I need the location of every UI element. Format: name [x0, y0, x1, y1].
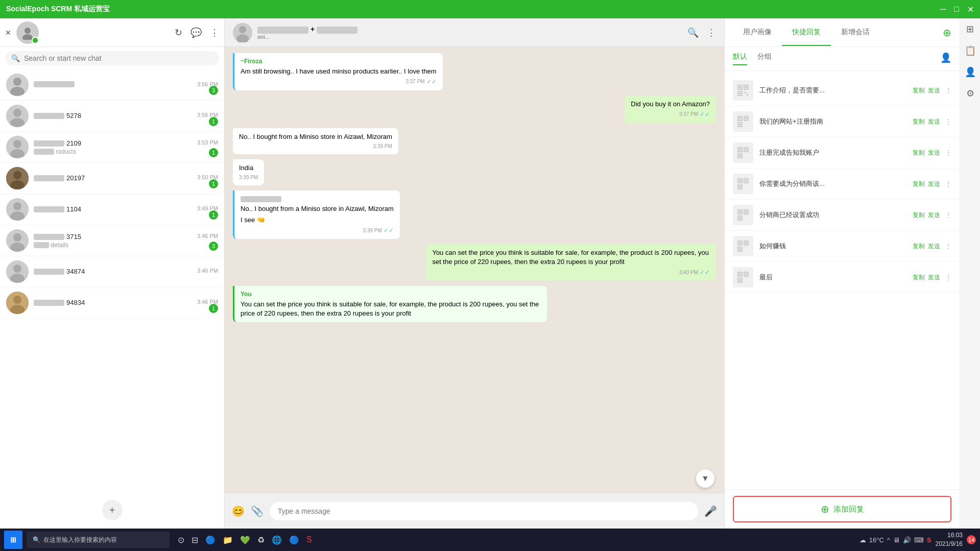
- list-item[interactable]: 3715 3:46 PM details 3: [0, 225, 224, 256]
- more-button[interactable]: ⋮: [945, 118, 951, 125]
- taskbar-icon-7[interactable]: 🌐: [272, 535, 282, 545]
- search-input[interactable]: [24, 54, 213, 62]
- taskbar-icon-1[interactable]: ⊙: [178, 535, 184, 545]
- send-button[interactable]: 发送: [928, 149, 940, 157]
- search-box[interactable]: 🔍: [5, 51, 219, 65]
- tab-new-chat[interactable]: 新增会话: [831, 19, 880, 46]
- taskbar-icon-9[interactable]: S: [306, 535, 312, 544]
- send-button[interactable]: 发送: [928, 273, 940, 282]
- chat-more-icon[interactable]: ⋮: [707, 27, 716, 38]
- search-icon: 🔍: [11, 54, 20, 62]
- taskbar-search[interactable]: 🔍 在这里输入你要搜索的内容: [27, 532, 170, 548]
- chat-icon[interactable]: 💬: [190, 27, 202, 38]
- refresh-icon[interactable]: ↻: [175, 27, 182, 38]
- svg-rect-33: [745, 86, 747, 88]
- more-button[interactable]: ⋮: [945, 180, 951, 187]
- contact-info: 3:56 PM: [34, 81, 218, 88]
- copy-button[interactable]: 复制: [913, 149, 925, 157]
- list-item[interactable]: 3:56 PM 3: [0, 69, 224, 101]
- send-button[interactable]: 发送: [928, 211, 940, 220]
- tab-quick-reply[interactable]: 快捷回复: [782, 19, 831, 46]
- sidebar-icon-4[interactable]: ⚙: [966, 88, 974, 99]
- sub-tab-group[interactable]: 分组: [757, 52, 772, 65]
- contact-name-label: [34, 81, 75, 87]
- list-item[interactable]: 34874 3:46 PM: [0, 256, 224, 288]
- taskbar-icon-8[interactable]: 🔵: [289, 535, 299, 545]
- taskbar-icon-3[interactable]: 🔵: [205, 535, 216, 545]
- quick-reply-text: 最后: [759, 273, 906, 282]
- send-button[interactable]: 发送: [928, 180, 940, 188]
- minimize-button[interactable]: ─: [940, 5, 946, 14]
- close-button[interactable]: ✕: [967, 5, 974, 14]
- copy-button[interactable]: 复制: [913, 117, 925, 126]
- copy-button[interactable]: 复制: [913, 211, 925, 220]
- emoji-icon[interactable]: 😊: [232, 505, 245, 517]
- quick-reply-item: 注册完成告知我账户 复制 发送 ⋮: [725, 137, 960, 169]
- send-button[interactable]: 发送: [928, 86, 940, 95]
- antivirus-icon: S: [927, 536, 931, 544]
- sidebar-icon-1[interactable]: ⊞: [966, 23, 974, 35]
- scroll-to-bottom-button[interactable]: ▼: [696, 469, 714, 488]
- taskbar-icon-2[interactable]: ⊟: [192, 535, 198, 545]
- list-item[interactable]: 94834 3:46 PM 1: [0, 288, 224, 319]
- right-panel-menu-icon[interactable]: ⊕: [943, 27, 951, 39]
- copy-button[interactable]: 复制: [913, 273, 925, 282]
- sidebar-icon-2[interactable]: 📋: [965, 45, 976, 56]
- message-text: No.. I bought from a Miniso store in Aiz…: [241, 204, 394, 213]
- close-sidebar-icon[interactable]: ✕: [5, 29, 11, 37]
- svg-rect-52: [745, 180, 747, 182]
- expand-tray-icon[interactable]: ^: [887, 536, 890, 544]
- contact-time: 3:46 PM: [197, 233, 218, 241]
- add-reply-label: 添加回复: [833, 505, 864, 514]
- more-button[interactable]: ⋮: [945, 211, 951, 219]
- more-button[interactable]: ⋮: [945, 149, 951, 156]
- sidebar-icon-3[interactable]: 👤: [965, 66, 976, 78]
- taskbar-icon-5[interactable]: 💚: [240, 535, 250, 545]
- taskbar-icon-6[interactable]: ♻: [257, 535, 265, 545]
- svg-point-24: [13, 296, 21, 304]
- add-reply-button[interactable]: ⊕ 添加回复: [733, 496, 951, 522]
- message-bubble: No.. I bought from a Miniso store in Aiz…: [233, 128, 398, 154]
- add-chat-button[interactable]: +: [102, 500, 123, 520]
- quick-reply-actions: 复制 发送 ⋮: [913, 211, 951, 220]
- quick-reply-list: 工作介绍，是否需要... 复制 发送 ⋮ 我们的网站+注册指南 复制 发送 ⋮: [725, 71, 960, 489]
- voice-icon[interactable]: 🎤: [704, 505, 717, 517]
- sub-tab-default[interactable]: 默认: [733, 52, 747, 65]
- more-button[interactable]: ⋮: [945, 87, 951, 94]
- more-button[interactable]: ⋮: [945, 274, 951, 281]
- copy-button[interactable]: 复制: [913, 180, 925, 188]
- quick-reply-actions: 复制 发送 ⋮: [913, 117, 951, 126]
- message-bubble: ~Firoza Am still browsing.. I have used …: [233, 53, 443, 90]
- app-title: SocialEpoch SCRM 私域运营宝: [6, 5, 110, 14]
- qr-image: [733, 142, 753, 163]
- notification-badge[interactable]: 14: [967, 535, 976, 544]
- message-input[interactable]: [270, 502, 698, 520]
- send-button[interactable]: 发送: [928, 242, 940, 251]
- blurred-name: [34, 81, 75, 87]
- search-chat-icon[interactable]: 🔍: [687, 27, 699, 38]
- quick-reply-actions: 复制 发送 ⋮: [913, 242, 951, 251]
- svg-rect-59: [739, 217, 741, 219]
- send-button[interactable]: 发送: [928, 117, 940, 126]
- start-button[interactable]: ⊞: [4, 531, 22, 549]
- qr-image: [733, 174, 753, 194]
- quick-reply-text: 注册完成告知我账户: [759, 148, 906, 157]
- maximize-button[interactable]: □: [954, 5, 959, 14]
- more-options-icon[interactable]: ⋮: [210, 27, 219, 38]
- attachment-icon[interactable]: 📎: [251, 505, 264, 517]
- message-bubble: You You can set the price you think is s…: [233, 286, 547, 322]
- more-button[interactable]: ⋮: [945, 243, 951, 250]
- copy-button[interactable]: 复制: [913, 86, 925, 95]
- avatar: [6, 167, 29, 189]
- message-bubble: No.. I bought from a Miniso store in Aiz…: [233, 190, 400, 239]
- tab-user-profile[interactable]: 用户画像: [733, 19, 782, 46]
- list-item[interactable]: 1104 3:49 PM 1: [0, 194, 224, 225]
- taskbar-icon-4[interactable]: 📁: [223, 535, 233, 545]
- svg-point-21: [13, 265, 21, 273]
- list-item[interactable]: 2109 3:53 PM roducts 1: [0, 132, 224, 163]
- user-icon[interactable]: 👤: [940, 52, 951, 65]
- list-item[interactable]: 5278 3:56 PM 1: [0, 101, 224, 132]
- right-bottom: ⊕ 添加回复: [725, 489, 960, 529]
- copy-button[interactable]: 复制: [913, 242, 925, 251]
- list-item[interactable]: 20197 3:50 PM 1: [0, 163, 224, 194]
